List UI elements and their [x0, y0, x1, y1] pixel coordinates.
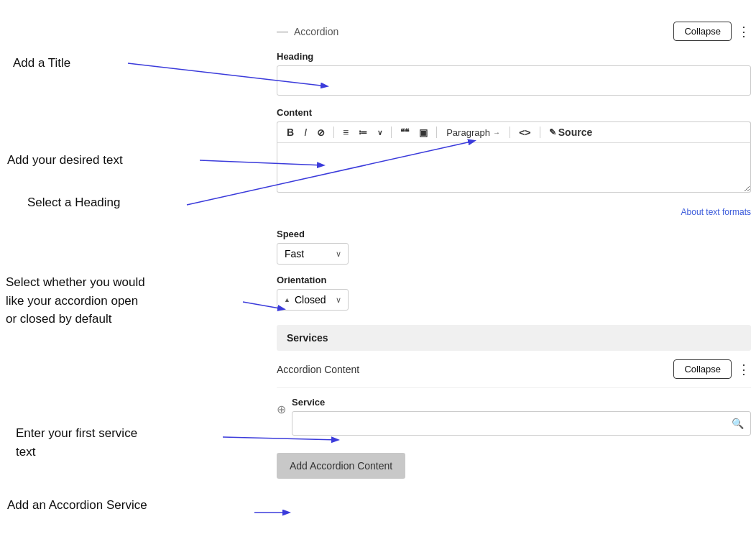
content-label: Content	[277, 107, 751, 118]
toolbar-sep-5	[540, 127, 540, 138]
orientation-label: Orientation	[277, 275, 751, 285]
collapse-button-top[interactable]: Collapse	[673, 22, 732, 41]
paragraph-label: Paragraph	[446, 127, 490, 138]
orientation-select-wrapper: Open Closed	[277, 289, 349, 311]
accordion-content-row: Accordion Content Collapse ⋮	[277, 351, 751, 388]
annotation-add-title: Add a Title	[13, 56, 70, 70]
italic-button[interactable]: I	[300, 125, 310, 139]
heading-field-container: Heading	[277, 51, 751, 107]
orientation-select[interactable]: Open Closed	[277, 289, 349, 311]
toolbar-sep-1	[333, 127, 334, 138]
service-label: Service	[292, 397, 751, 408]
accordion-title-row: — Accordion	[277, 25, 338, 38]
toolbar-sep-4	[510, 127, 510, 138]
ul-button[interactable]: ≡	[339, 125, 352, 139]
page-container: Add a Title Add your desired text Select…	[0, 0, 756, 542]
speed-label: Speed	[277, 229, 751, 239]
service-input-wrapper: 🔍	[292, 411, 751, 436]
search-icon: 🔍	[732, 418, 744, 429]
accordion-header-right: Collapse ⋮	[673, 22, 751, 41]
speed-select[interactable]: Fast Medium Slow	[277, 243, 349, 265]
service-input-section: Service 🔍	[292, 397, 751, 436]
image-button[interactable]: ▣	[415, 126, 431, 139]
source-button[interactable]: ✎ Source	[545, 125, 596, 139]
paragraph-arrow: →	[493, 129, 500, 137]
accordion-top-header: — Accordion Collapse ⋮	[277, 22, 751, 41]
annotation-area: Add a Title Add your desired text Select…	[0, 0, 259, 542]
editor-panel: — Accordion Collapse ⋮ Heading Content B…	[277, 22, 751, 479]
toolbar-sep-2	[391, 127, 392, 138]
orientation-section: Orientation Open Closed	[277, 275, 751, 311]
speed-select-wrapper: Fast Medium Slow	[277, 243, 349, 265]
code-button[interactable]: <>	[515, 125, 535, 139]
annotation-add-service: Add an Accordion Service	[7, 498, 147, 513]
paragraph-dropdown[interactable]: Paragraph →	[442, 126, 504, 139]
bold-button[interactable]: B	[283, 125, 298, 139]
about-text-formats-link[interactable]: About text formats	[277, 207, 751, 217]
service-row: ⊕ Service 🔍	[277, 388, 751, 444]
annotation-select-heading: Select a Heading	[27, 196, 120, 210]
services-section: Services Accordion Content Collapse ⋮ ⊕ …	[277, 325, 751, 479]
speed-section: Speed Fast Medium Slow	[277, 229, 751, 265]
accordion-content-title: Accordion Content	[277, 364, 359, 375]
content-section: Content B I ⊘ ≡ ≔ ∨ ❝❝ ▣ Paragraph → <>	[277, 107, 751, 196]
content-toolbar: B I ⊘ ≡ ≔ ∨ ❝❝ ▣ Paragraph → <> ✎	[277, 121, 751, 143]
more-menu-button-content[interactable]: ⋮	[737, 362, 751, 377]
drag-handle-icon[interactable]: ⊕	[277, 403, 286, 416]
heading-input[interactable]	[277, 65, 751, 96]
accordion-content-right: Collapse ⋮	[673, 359, 751, 379]
content-textarea[interactable]	[277, 143, 751, 193]
annotation-enter-service: Enter your first servicetext	[16, 424, 203, 461]
toolbar-sep-3	[436, 127, 437, 138]
accordion-dash: —	[277, 25, 288, 38]
source-label: Source	[558, 127, 592, 138]
heading-label: Heading	[277, 51, 751, 62]
annotation-add-text: Add your desired text	[7, 153, 123, 167]
annotation-select-orientation: Select whether you wouldlike your accord…	[6, 273, 214, 329]
link-button[interactable]: ⊘	[313, 126, 328, 139]
more-menu-button-top[interactable]: ⋮	[737, 24, 751, 40]
quote-button[interactable]: ❝❝	[397, 126, 412, 139]
add-accordion-content-button[interactable]: Add Accordion Content	[277, 453, 405, 479]
collapse-button-content[interactable]: Collapse	[673, 359, 732, 379]
services-header: Services	[277, 325, 751, 351]
list-chevron-button[interactable]: ∨	[374, 127, 386, 138]
service-input[interactable]	[292, 411, 751, 436]
source-icon: ✎	[549, 127, 556, 137]
ol-button[interactable]: ≔	[355, 126, 371, 139]
accordion-label: Accordion	[294, 26, 338, 37]
